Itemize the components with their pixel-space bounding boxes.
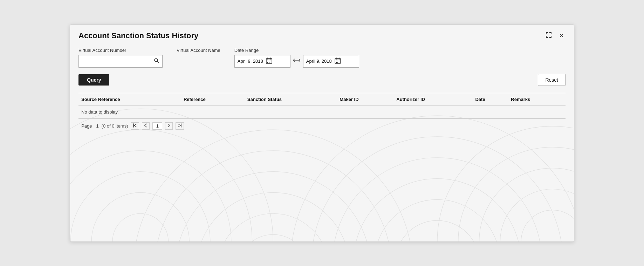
virtual-account-name-label: Virtual Account Name	[177, 48, 220, 53]
date-range-group: Date Range April 9, 2018	[234, 48, 359, 68]
svg-rect-30	[269, 61, 269, 61]
svg-point-20	[479, 168, 574, 241]
table-header-row: Source Reference Reference Sanction Stat…	[78, 93, 566, 105]
reset-button[interactable]: Reset	[538, 74, 566, 86]
current-page-display: 1	[156, 123, 159, 129]
prev-page-icon	[144, 123, 147, 129]
col-source-reference: Source Reference	[78, 93, 181, 105]
col-reference: Reference	[181, 93, 245, 105]
svg-rect-32	[267, 62, 268, 63]
svg-rect-41	[339, 61, 340, 61]
query-button[interactable]: Query	[78, 74, 109, 86]
col-remarks: Remarks	[508, 93, 566, 105]
date-from-input[interactable]: April 9, 2018	[234, 55, 290, 68]
svg-point-10	[155, 150, 392, 241]
date-range-label: Date Range	[234, 48, 359, 53]
pagination-prev-button[interactable]	[142, 122, 150, 130]
svg-rect-42	[336, 62, 337, 63]
svg-point-22	[437, 126, 574, 241]
header-icons: ✕	[544, 31, 566, 41]
virtual-account-name-group: Virtual Account Name	[177, 48, 220, 53]
modal-header: Account Sanction Status History ✕	[70, 25, 574, 44]
col-date: Date	[472, 93, 508, 105]
svg-rect-29	[267, 61, 268, 61]
page-number: 1	[96, 123, 98, 129]
page-label: Page	[81, 123, 92, 129]
svg-point-2	[70, 171, 210, 241]
date-range-inputs: April 9, 2018	[234, 55, 359, 68]
svg-point-11	[133, 130, 413, 241]
svg-point-18	[521, 210, 574, 241]
pagination-row: Page 1 (0 of 0 items)	[78, 118, 566, 133]
svg-point-12	[395, 220, 479, 241]
data-table: Source Reference Reference Sanction Stat…	[78, 93, 566, 118]
next-page-icon	[167, 123, 170, 129]
svg-point-6	[238, 234, 308, 241]
date-from-value: April 9, 2018	[238, 59, 263, 64]
svg-point-9	[175, 171, 371, 241]
svg-rect-40	[337, 61, 338, 61]
last-page-icon	[178, 123, 181, 129]
form-row: Virtual Account Number Virtual Account N…	[78, 48, 566, 68]
table-container: Source Reference Reference Sanction Stat…	[78, 93, 566, 133]
svg-rect-43	[337, 62, 338, 63]
svg-point-15	[333, 157, 542, 241]
svg-point-1	[91, 192, 189, 241]
virtual-account-number-label: Virtual Account Number	[78, 48, 163, 53]
svg-point-3	[70, 150, 231, 241]
search-icon[interactable]	[154, 58, 159, 65]
col-sanction-status: Sanction Status	[245, 93, 337, 105]
svg-rect-39	[336, 61, 337, 61]
date-to-input[interactable]: April 9, 2018	[303, 55, 359, 68]
no-data-message: No data to display.	[78, 105, 566, 118]
date-to-value: April 9, 2018	[306, 59, 332, 64]
no-data-row: No data to display.	[78, 105, 566, 118]
date-range-arrow-icon	[293, 57, 300, 65]
col-maker-id: Maker ID	[337, 93, 393, 105]
svg-line-24	[157, 61, 159, 63]
virtual-account-number-group: Virtual Account Number	[78, 48, 163, 68]
modal-title: Account Sanction Status History	[78, 31, 198, 40]
expand-button[interactable]	[544, 31, 553, 41]
items-count: (0 of 0 items)	[102, 123, 128, 129]
calendar-from-icon[interactable]	[266, 57, 272, 65]
col-authorizer-id: Authorizer ID	[393, 93, 472, 105]
svg-point-7	[217, 213, 329, 241]
svg-point-14	[354, 178, 521, 241]
pagination-next-button[interactable]	[165, 122, 173, 130]
virtual-account-number-input[interactable]	[82, 59, 154, 64]
pagination-last-button[interactable]	[176, 122, 184, 130]
calendar-to-icon[interactable]	[335, 57, 341, 65]
close-icon: ✕	[559, 32, 564, 39]
svg-point-0	[112, 213, 168, 241]
expand-icon	[546, 33, 552, 40]
pagination-first-button[interactable]	[131, 122, 139, 130]
svg-point-19	[500, 189, 574, 241]
svg-point-8	[196, 192, 350, 241]
virtual-account-number-input-wrapper	[78, 55, 163, 68]
svg-rect-31	[270, 61, 271, 61]
actions-row: Query Reset	[78, 74, 566, 86]
page-input-box: 1	[152, 122, 162, 130]
svg-point-16	[311, 136, 563, 241]
svg-point-21	[458, 147, 574, 241]
svg-rect-33	[269, 62, 269, 63]
modal-container: Account Sanction Status History ✕	[70, 25, 574, 242]
modal-body: Virtual Account Number Virtual Account N…	[70, 44, 574, 140]
close-button[interactable]: ✕	[557, 31, 566, 40]
first-page-icon	[133, 123, 137, 129]
svg-point-4	[70, 130, 252, 241]
svg-point-13	[375, 199, 500, 241]
